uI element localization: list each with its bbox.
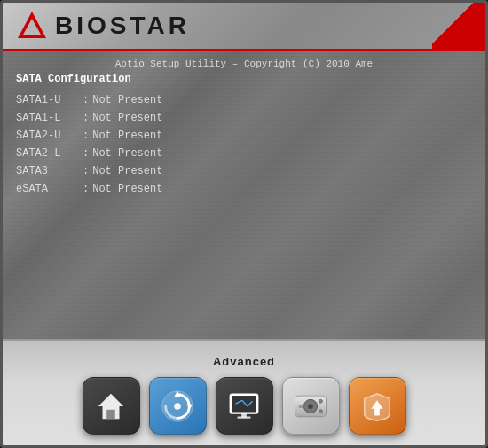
- svg-point-7: [174, 403, 181, 410]
- svg-rect-11: [237, 416, 250, 418]
- utility-subtitle: Aptio Setup Utility – Copyright (C) 2010…: [16, 59, 472, 69]
- sata-item-label: SATA3: [16, 163, 83, 179]
- advanced-icon: [159, 388, 196, 425]
- sata-list-item: SATA2-L : Not Present: [16, 145, 472, 161]
- security-icon-button[interactable]: [349, 377, 406, 435]
- sata-item-label: SATA2-L: [16, 145, 83, 161]
- icon-bar: [83, 377, 406, 435]
- logo-container: BIOSTAR: [16, 10, 190, 42]
- biostar-logo-icon: [16, 10, 48, 42]
- sata-item-label: SATA1-U: [16, 92, 83, 108]
- sata-item-value: Not Present: [92, 92, 162, 108]
- sata-item-value: Not Present: [92, 110, 162, 126]
- active-tab-label: Advanced: [213, 355, 275, 368]
- sata-item-label: eSATA: [16, 181, 83, 197]
- sata-item-value: Not Present: [92, 163, 162, 179]
- sata-item-value: Not Present: [92, 181, 162, 197]
- sata-colon: :: [83, 92, 89, 108]
- security-icon: [359, 389, 395, 424]
- sata-colon: :: [83, 128, 89, 144]
- sata-colon: :: [83, 145, 89, 161]
- sata-item-label: SATA2-U: [16, 128, 83, 144]
- hdd-icon: [292, 388, 329, 425]
- monitor-icon: [227, 389, 261, 423]
- sata-list-item: eSATA : Not Present: [16, 181, 472, 197]
- sata-list-item: SATA1-L : Not Present: [16, 110, 472, 126]
- main-content: Aptio Setup Utility – Copyright (C) 2010…: [3, 51, 485, 339]
- home-icon-button[interactable]: [83, 377, 140, 435]
- sata-colon: :: [83, 110, 89, 126]
- monitor-icon-button[interactable]: [216, 377, 273, 435]
- sata-colon: :: [83, 181, 89, 197]
- footer-bar: Advanced: [3, 339, 485, 445]
- advanced-icon-button[interactable]: [149, 377, 207, 435]
- svg-point-19: [319, 399, 323, 403]
- svg-rect-21: [299, 405, 304, 408]
- sata-item-value: Not Present: [92, 128, 162, 144]
- home-icon: [94, 389, 128, 423]
- header-bar: BIOSTAR: [3, 3, 485, 51]
- section-title: SATA Configuration: [16, 73, 472, 85]
- logo-text: BIOSTAR: [55, 12, 190, 40]
- sata-item-value: Not Present: [92, 145, 162, 161]
- sata-list-item: SATA2-U : Not Present: [16, 128, 472, 144]
- hdd-icon-button[interactable]: [282, 377, 340, 435]
- sata-list: SATA1-U : Not Present SATA1-L : Not Pres…: [16, 92, 472, 197]
- sata-list-item: SATA3 : Not Present: [16, 163, 472, 179]
- bios-screen: BIOSTAR Aptio Setup Utility – Copyright …: [0, 0, 488, 448]
- sata-colon: :: [83, 163, 89, 179]
- sata-item-label: SATA1-L: [16, 110, 83, 126]
- svg-point-18: [308, 404, 313, 409]
- header-red-accent: [432, 3, 485, 51]
- sata-list-item: SATA1-U : Not Present: [16, 92, 472, 108]
- svg-rect-3: [106, 409, 115, 418]
- svg-point-20: [319, 409, 323, 413]
